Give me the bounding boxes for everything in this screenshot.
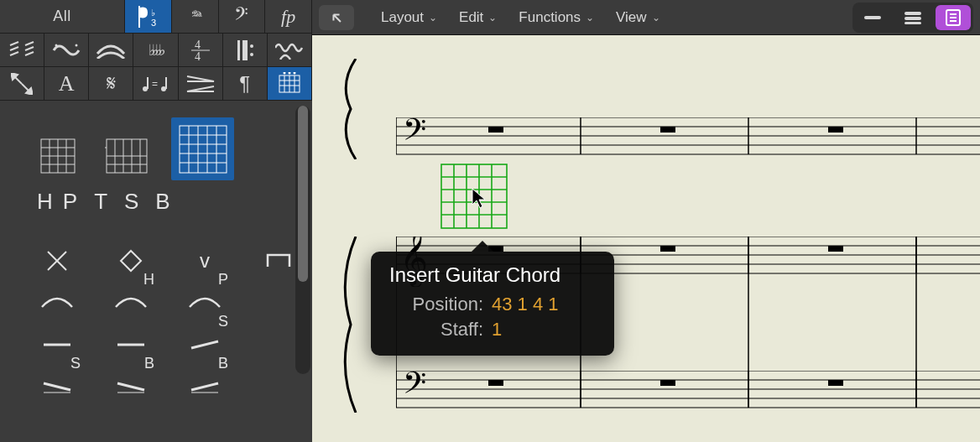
- bassclef-icon: 𝄢: [234, 3, 248, 29]
- timesig-icon: 44: [191, 39, 210, 62]
- svg-point-33: [283, 72, 285, 75]
- tab-pedal[interactable]: 𝆮: [172, 0, 219, 33]
- tool-crescendo[interactable]: [179, 67, 223, 100]
- menu-functions-label: Functions: [519, 9, 581, 26]
- sym-dash-us[interactable]: S: [37, 370, 77, 403]
- bracket-icon: [266, 253, 291, 268]
- grid-large-icon: [178, 124, 228, 174]
- grid-thumb-large[interactable]: [171, 117, 234, 180]
- viewmode-linear[interactable]: [855, 5, 890, 30]
- system-brace-icon: [336, 237, 361, 413]
- menu-layout-label: Layout: [381, 9, 424, 26]
- svg-line-4: [10, 47, 18, 50]
- viewmode-page[interactable]: [936, 5, 971, 30]
- sym-bracket[interactable]: [258, 244, 299, 278]
- svg-rect-14: [237, 40, 240, 60]
- tab-keysig[interactable]: ♭ 3: [125, 0, 172, 33]
- chevron-down-icon: ⌄: [429, 12, 437, 23]
- tool-chordgrid[interactable]: [268, 67, 312, 100]
- crescendo-icon: [185, 75, 216, 93]
- svg-line-6: [25, 42, 34, 45]
- trill-icon: [275, 41, 304, 60]
- tool-slur[interactable]: [89, 34, 133, 66]
- palette-scrollbar[interactable]: [295, 106, 310, 374]
- svg-line-65: [191, 341, 218, 348]
- letter-s[interactable]: S: [124, 189, 138, 215]
- menu-edit[interactable]: Edit⌄: [451, 5, 505, 30]
- turn-icon: [52, 42, 81, 59]
- tool-row-1: ♭♭♭♭ 44: [0, 34, 312, 67]
- sym-arc[interactable]: [37, 286, 77, 320]
- tremolo-icon: [8, 40, 35, 60]
- grid-thumb-small[interactable]: [34, 132, 82, 180]
- chevron-down-icon: ⌄: [488, 12, 497, 23]
- svg-rect-0: [138, 6, 140, 28]
- svg-text:4: 4: [195, 39, 201, 51]
- letter-b[interactable]: B: [155, 189, 169, 215]
- tool-segno[interactable]: 𝄋: [89, 67, 133, 100]
- svg-marker-62: [121, 251, 141, 271]
- nav-back-icon: [329, 10, 344, 25]
- tool-swing[interactable]: =: [133, 67, 178, 100]
- arc-icon: [188, 295, 222, 310]
- menu-view-label: View: [616, 9, 647, 26]
- menu-view[interactable]: View⌄: [607, 5, 669, 30]
- svg-line-70: [191, 383, 218, 390]
- viewmode-wrap-icon: [904, 11, 922, 24]
- part-box-sidebar: All ♭ 3 𝆮 𝄢 fp ♭♭♭♭: [0, 0, 312, 442]
- menu-layout[interactable]: Layout⌄: [373, 5, 446, 30]
- sym-dash-b[interactable]: B: [185, 370, 225, 403]
- tool-paragraph[interactable]: ¶: [223, 67, 268, 100]
- viewmode-wrap[interactable]: [895, 5, 930, 30]
- repeat-icon: [234, 39, 256, 62]
- palette-scrollbar-thumb[interactable]: [298, 106, 308, 282]
- tool-text[interactable]: A: [44, 67, 89, 100]
- tool-turn[interactable]: [44, 34, 89, 66]
- svg-rect-90: [488, 127, 503, 133]
- tool-trill[interactable]: [268, 34, 312, 66]
- viewmode-page-icon: [946, 9, 961, 26]
- pedal-icon: 𝆮: [190, 7, 201, 26]
- dash-icon: [40, 341, 74, 349]
- svg-point-16: [250, 44, 253, 48]
- tooltip-staff-label: Staff:: [389, 317, 483, 342]
- dash-icon: [114, 341, 148, 349]
- chevron-down-icon: ⌄: [586, 12, 594, 23]
- letter-p[interactable]: P: [63, 189, 77, 215]
- svg-rect-74: [904, 17, 921, 20]
- sym-dash-ub[interactable]: B: [111, 370, 151, 403]
- tooltip-staff-value: 1: [492, 317, 502, 342]
- score-editor-main: Layout⌄ Edit⌄ Functions⌄ View⌄ 𝄢: [312, 0, 980, 442]
- tab-bassclef[interactable]: 𝄢: [219, 0, 266, 33]
- tool-timesig[interactable]: 44: [179, 34, 223, 66]
- score-canvas[interactable]: 𝄢 𝄞: [312, 35, 980, 442]
- svg-line-7: [25, 47, 34, 50]
- viewmode-linear-icon: [863, 12, 882, 23]
- menu-functions[interactable]: Functions⌄: [510, 5, 602, 30]
- paragraph-icon: ¶: [239, 72, 250, 96]
- tool-flats[interactable]: ♭♭♭♭: [133, 34, 178, 66]
- letter-h[interactable]: H: [37, 189, 53, 215]
- grid-medium-icon: [105, 138, 149, 174]
- grid-small-icon: [39, 138, 76, 174]
- system-brace-icon: [336, 59, 361, 159]
- letter-t[interactable]: T: [94, 189, 107, 215]
- diamond-icon: [119, 249, 143, 273]
- chord-grid-drag: [440, 163, 508, 230]
- grid-thumb-medium[interactable]: [102, 132, 151, 180]
- svg-line-8: [25, 52, 34, 55]
- nav-back-button[interactable]: [319, 5, 354, 30]
- symbol-area: v H P S S B B: [0, 215, 312, 408]
- superscript-b2: B: [218, 355, 228, 372]
- superscript-s: S: [218, 313, 228, 330]
- dynamics-icon: fp: [281, 6, 295, 28]
- tab-dynamics[interactable]: fp: [265, 0, 312, 33]
- sym-x[interactable]: [37, 244, 77, 278]
- sym-arc-h[interactable]: H: [111, 286, 151, 320]
- tool-tremolo[interactable]: [0, 34, 44, 66]
- tool-arrows[interactable]: [0, 67, 44, 100]
- chord-grid-icon: [440, 163, 508, 230]
- svg-point-17: [250, 53, 253, 56]
- tool-repeat[interactable]: [223, 34, 268, 66]
- tab-all[interactable]: All: [0, 0, 125, 33]
